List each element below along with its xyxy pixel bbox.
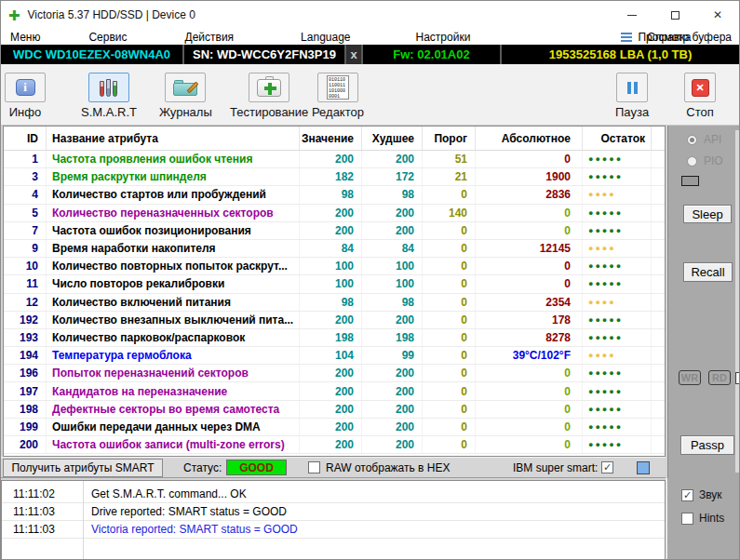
- cell-name: Время наработки накопителя: [47, 240, 300, 257]
- cell-value: 200: [300, 436, 362, 453]
- cell-value: 182: [300, 168, 362, 185]
- window-title: Victoria 5.37 HDD/SSD | Device 0: [28, 8, 195, 21]
- smart-row[interactable]: 9Время наработки накопителя8484012145●●●…: [4, 240, 665, 258]
- cell-worst: 200: [362, 401, 423, 418]
- info-icon: i: [16, 79, 35, 96]
- cell-threshold: 0: [423, 294, 476, 311]
- device-serial[interactable]: SN: WD-WCC6Y2FN3P19: [184, 45, 346, 64]
- toolbar-button-editor[interactable]: 010110 110011 101000 0001 Редактор: [312, 73, 364, 119]
- cell-value: 200: [300, 419, 362, 435]
- minimize-button[interactable]: [611, 1, 653, 29]
- maximize-button[interactable]: [653, 1, 696, 29]
- cell-health-dots: ●●●●●: [583, 365, 652, 381]
- smart-row[interactable]: 1Частота проявления ошибок чтения2002005…: [4, 151, 665, 168]
- minimize-icon: [627, 15, 637, 16]
- smart-row[interactable]: 196Попыток переназначений секторов200200…: [4, 365, 665, 382]
- cell-health-dots: ●●●●●: [583, 258, 652, 274]
- column-header-id[interactable]: ID: [4, 127, 47, 150]
- cell-name: Попыток переназначений секторов: [47, 365, 300, 381]
- menu-bar: Меню Сервис Действия Language Настройки …: [1, 29, 739, 45]
- smart-row[interactable]: 200Частота ошибок записи (multi-zone err…: [4, 436, 665, 454]
- recall-button[interactable]: Recall: [683, 262, 733, 282]
- cell-health-dots: ●●●●●: [583, 275, 652, 292]
- sound-checkbox[interactable]: ✓: [681, 489, 693, 501]
- toolbar-button-journals[interactable]: Журналы: [159, 73, 212, 119]
- smart-row[interactable]: 4Количество стартов или пробуждений98980…: [4, 186, 665, 204]
- device-firmware[interactable]: Fw: 02.01A02: [363, 45, 502, 64]
- folder-pencil-icon: [173, 80, 197, 96]
- cell-value: 104: [300, 347, 362, 364]
- column-header-filler: [652, 127, 665, 150]
- smart-row[interactable]: 197Кандидатов на переназначение20020000●…: [4, 382, 665, 400]
- passport-button[interactable]: Passp: [680, 435, 734, 455]
- cell-health-dots: ●●●●●: [583, 436, 652, 453]
- cell-threshold: 0: [423, 186, 476, 203]
- menu-item-settings[interactable]: Настройки: [407, 31, 480, 44]
- cell-worst: 99: [362, 347, 423, 364]
- device-model[interactable]: WDC WD10EZEX-08WN4A0: [1, 45, 184, 64]
- smart-row[interactable]: 193Количество парковок/распарковок198198…: [4, 329, 665, 347]
- ibm-super-smart-checkbox[interactable]: ✓: [601, 461, 613, 473]
- slider-handle[interactable]: [735, 372, 740, 384]
- device-capacity[interactable]: 1953525168 LBA (1,0 ТВ): [502, 45, 739, 64]
- cell-threshold: 21: [423, 168, 476, 185]
- get-smart-button[interactable]: Получить атрибуты SMART: [3, 459, 163, 477]
- cell-filler: [652, 258, 665, 274]
- column-header-worst[interactable]: Худшее: [362, 127, 423, 150]
- toolbar-button-stop[interactable]: ✕ Стоп: [684, 73, 716, 119]
- sleep-button[interactable]: Sleep: [683, 205, 732, 223]
- column-header-name[interactable]: Название атрибута: [47, 127, 300, 150]
- column-header-threshold[interactable]: Порог: [423, 127, 476, 150]
- close-icon: ✕: [713, 8, 722, 21]
- hints-checkbox[interactable]: [681, 513, 693, 525]
- cell-threshold: 0: [423, 436, 476, 453]
- cell-value: 200: [300, 205, 362, 221]
- smart-row[interactable]: 198Дефектные секторы во время самотеста2…: [4, 401, 665, 419]
- cell-filler: [652, 436, 665, 453]
- raw-hex-checkbox[interactable]: [308, 461, 320, 473]
- cell-absolute: 2354: [476, 294, 583, 311]
- cell-id: 1: [4, 151, 47, 167]
- cell-threshold: 0: [423, 222, 476, 239]
- log-time: 11:11:03: [2, 523, 83, 536]
- smart-row[interactable]: 3Время раскрутки шпинделя182172211900●●●…: [4, 168, 665, 186]
- cell-value: 200: [300, 151, 362, 167]
- smart-row[interactable]: 5Количество переназначенных секторов2002…: [4, 205, 665, 222]
- test-tubes-icon: [100, 78, 117, 97]
- sound-option: ✓ Звук: [681, 488, 722, 501]
- toolbar-button-testing[interactable]: Тестирование: [230, 73, 308, 119]
- menu-item-language[interactable]: Language: [291, 31, 359, 44]
- cell-health-dots: ●●●●●: [583, 222, 652, 239]
- toolbar-button-pause[interactable]: Пауза: [615, 73, 649, 119]
- smart-row[interactable]: 11Число повторов рекалибровки10010000●●●…: [4, 275, 665, 293]
- menu-item-actions[interactable]: Действия: [176, 31, 244, 44]
- buffer-view-button[interactable]: Просмотр буфера: [621, 31, 732, 44]
- cell-id: 11: [4, 275, 47, 292]
- device-close-x[interactable]: x: [346, 45, 363, 64]
- smart-row[interactable]: 192Количество внезапных выключений пита.…: [4, 312, 665, 329]
- toolbar-button-info[interactable]: i Инфо: [5, 73, 46, 119]
- column-header-value[interactable]: Значение: [300, 127, 362, 150]
- smart-row[interactable]: 10Количество повторных попыток раскрут..…: [4, 258, 665, 275]
- cell-health-dots: ●●●●: [583, 294, 652, 311]
- column-header-absolute[interactable]: Абсолютное: [476, 127, 583, 150]
- menu-item-menu[interactable]: Меню: [1, 31, 49, 44]
- color-indicator[interactable]: [637, 461, 650, 474]
- toolbar-button-smart[interactable]: S.M.A.R.T: [81, 73, 137, 119]
- cell-filler: [652, 329, 665, 346]
- smart-row[interactable]: 12Количество включений питания989802354●…: [4, 294, 665, 312]
- maximize-icon: [671, 11, 679, 20]
- smart-row[interactable]: 7Частота ошибок позиционирования20020000…: [4, 222, 665, 240]
- smart-row[interactable]: 194Температура гермоблока10499039°C/102°…: [4, 347, 665, 365]
- smart-row[interactable]: 199Ошибки передачи данных через DMA20020…: [4, 419, 665, 436]
- cell-value: 200: [300, 382, 362, 399]
- cell-name: Температура гермоблока: [47, 347, 300, 364]
- cell-threshold: 0: [423, 258, 476, 274]
- cell-value: 200: [300, 401, 362, 418]
- cell-value: 100: [300, 275, 362, 292]
- column-header-health[interactable]: Остаток: [583, 127, 652, 150]
- close-button[interactable]: ✕: [696, 1, 739, 29]
- menu-item-service[interactable]: Сервис: [79, 31, 136, 44]
- cell-id: 193: [4, 329, 47, 346]
- cell-id: 194: [4, 347, 47, 364]
